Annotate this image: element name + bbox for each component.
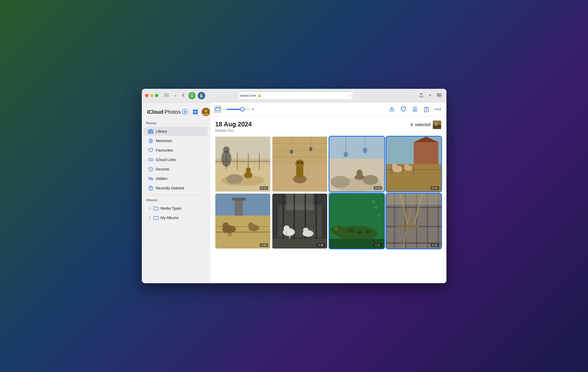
app-title: iCloud Photos [146, 109, 181, 115]
recently-deleted-label: Recently Deleted [156, 186, 184, 190]
photo-item-4[interactable]: 0:05 [386, 137, 441, 192]
zoom-slider[interactable] [227, 109, 250, 110]
sidebar-item-hidden[interactable]: Hidden [144, 174, 208, 183]
content-info: 18 Aug 2024 Kharkiv Zoo [215, 121, 252, 132]
svg-point-65 [309, 147, 313, 151]
more-button[interactable] [434, 105, 442, 113]
svg-rect-5 [437, 94, 439, 95]
photo-item-8[interactable]: 0:16 [386, 194, 441, 249]
selection-info: 4 selected [410, 121, 441, 129]
user-avatar[interactable] [202, 108, 210, 116]
svg-point-135 [372, 200, 374, 203]
download-button[interactable] [411, 105, 419, 113]
new-tab-button[interactable]: + [427, 92, 433, 100]
hidden-label: Hidden [156, 177, 168, 181]
address-bar-menu-button[interactable]: ⋯ [348, 93, 353, 99]
photo-item-6[interactable]: 0:06 [272, 194, 327, 249]
add-button[interactable] [181, 108, 189, 116]
photo-item-3[interactable]: 0:10 [329, 137, 384, 192]
sidebar-item-recents[interactable]: Recents [144, 165, 208, 174]
favourite-button[interactable] [399, 105, 408, 113]
svg-point-59 [295, 160, 304, 167]
clock-icon [148, 167, 153, 172]
svg-rect-149 [397, 225, 419, 227]
photo-duration-7: 0:11 [374, 243, 382, 247]
share-button[interactable] [417, 92, 425, 100]
tab-overview-button[interactable] [435, 92, 443, 100]
svg-rect-109 [286, 194, 314, 210]
link-icon [148, 157, 153, 162]
grammarly-extension-icon[interactable]: G [188, 92, 196, 99]
library-icon [148, 129, 153, 134]
minimize-button[interactable] [150, 94, 153, 97]
svg-rect-12 [193, 112, 195, 114]
selected-count: 4 [410, 122, 413, 127]
svg-rect-11 [196, 110, 198, 112]
svg-rect-36 [435, 122, 438, 126]
browser-window: G ✋ icloud.com 🔒 ⋯ + [142, 89, 446, 283]
chevron-right-icon-2 [148, 216, 151, 219]
svg-point-32 [437, 109, 439, 110]
photo-grid: 0:11 [215, 137, 441, 249]
folder-icon [153, 206, 159, 211]
toolbar: − + [210, 102, 446, 116]
albums-section-label: Albums [142, 197, 210, 204]
titlebar-actions: + [417, 92, 443, 100]
svg-point-60 [297, 162, 299, 163]
selected-label: selected [415, 122, 431, 127]
my-albums-label: My Albums [161, 216, 179, 220]
app-header: iCloud Photos [142, 106, 210, 120]
chevron-right-icon [148, 207, 151, 210]
content-location: Kharkiv Zoo [215, 128, 252, 132]
svg-rect-150 [386, 194, 441, 205]
svg-rect-26 [218, 107, 219, 108]
extension-icon-2[interactable]: ✋ [198, 92, 205, 99]
svg-point-33 [439, 109, 441, 110]
sidebar-toggle-button[interactable] [163, 92, 170, 99]
sidebar: iCloud Photos [142, 102, 210, 283]
svg-point-106 [248, 223, 254, 228]
sidebar-item-memories[interactable]: Memories [144, 136, 208, 145]
svg-point-92 [404, 164, 409, 168]
photo-duration-6: 0:06 [317, 243, 325, 247]
chevron-down-button[interactable] [173, 92, 178, 99]
selection-thumbnail [433, 121, 441, 129]
sidebar-item-media-types[interactable]: Media Types [144, 204, 208, 213]
sidebar-item-my-albums[interactable]: My Albums [144, 213, 208, 222]
svg-point-129 [365, 230, 370, 233]
sidebar-item-library[interactable]: Library [144, 127, 208, 136]
svg-rect-13 [196, 112, 198, 114]
photo-item-7[interactable]: 0:11 [329, 194, 384, 249]
svg-point-134 [378, 215, 379, 216]
svg-point-41 [226, 174, 243, 184]
close-button[interactable] [145, 94, 148, 97]
zoom-minus-icon[interactable]: − [223, 107, 225, 112]
photo-item-5[interactable]: 0:06 [215, 194, 270, 249]
grid-view-button[interactable] [191, 108, 200, 116]
app-name-text: Photos [164, 109, 181, 115]
sidebar-item-favourites[interactable]: Favourites [144, 146, 208, 155]
upload-button[interactable] [388, 105, 396, 113]
sidebar-item-recently-deleted[interactable]: Recently Deleted [144, 184, 208, 193]
aspect-ratio-button[interactable] [214, 106, 221, 113]
svg-rect-6 [439, 94, 441, 95]
toolbar-left: − + [214, 106, 255, 113]
photo-duration-5: 0:06 [260, 243, 268, 247]
address-bar[interactable]: icloud.com 🔒 ⋯ [238, 92, 353, 100]
favourites-label: Favourites [156, 148, 173, 152]
photo-item-2[interactable] [272, 137, 327, 192]
back-button[interactable] [180, 92, 186, 99]
library-label: Library [156, 129, 167, 133]
maximize-button[interactable] [155, 94, 158, 97]
svg-point-15 [205, 110, 207, 112]
svg-point-119 [303, 228, 309, 233]
photo-item-1[interactable]: 0:11 [215, 137, 270, 192]
hidden-icon [148, 176, 153, 181]
zoom-plus-icon[interactable]: + [252, 107, 254, 112]
sidebar-item-icloud-links[interactable]: iCloud Links [144, 155, 208, 164]
delete-button[interactable] [422, 105, 431, 113]
svg-rect-7 [437, 95, 439, 97]
svg-rect-78 [329, 137, 384, 192]
media-types-label: Media Types [161, 206, 181, 210]
svg-point-90 [392, 163, 397, 168]
